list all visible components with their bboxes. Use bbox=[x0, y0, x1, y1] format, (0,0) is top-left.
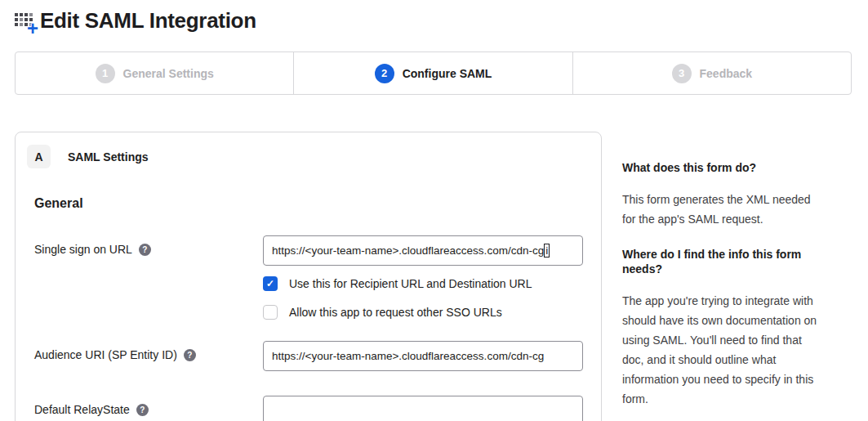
help-question-1: What does this form do? bbox=[622, 160, 826, 175]
help-answer-2: The app you're trying to integrate with … bbox=[622, 291, 826, 409]
sso-url-value: https://<your-team-name>.cloudflareacces… bbox=[272, 244, 544, 257]
audience-uri-input[interactable]: https://<your-team-name>.cloudflareacces… bbox=[263, 341, 583, 371]
section-badge-a: A bbox=[27, 145, 51, 168]
saml-settings-card: A SAML Settings General Single sign on U… bbox=[15, 132, 602, 421]
step-1-label: General Settings bbox=[123, 67, 214, 80]
relay-state-row: Default RelayState ? If no value is set,… bbox=[34, 396, 601, 421]
other-sso-checkbox-label: Allow this app to request other SSO URLs bbox=[289, 306, 502, 319]
other-sso-checkbox-row: Allow this app to request other SSO URLs bbox=[263, 305, 601, 320]
add-application-icon: + bbox=[15, 11, 37, 32]
audience-uri-help-icon[interactable]: ? bbox=[184, 349, 196, 361]
audience-uri-label: Audience URI (SP Entity ID) bbox=[34, 348, 177, 361]
step-3-circle: 3 bbox=[672, 64, 692, 83]
sso-url-help-icon[interactable]: ? bbox=[139, 244, 151, 256]
step-1-circle: 1 bbox=[96, 64, 115, 83]
help-answer-1: This form generates the XML needed for t… bbox=[622, 190, 826, 229]
audience-uri-value: https://<your-team-name>.cloudflareacces… bbox=[272, 350, 544, 362]
recipient-url-checkbox-label: Use this for Recipient URL and Destinati… bbox=[289, 277, 532, 290]
recipient-url-checkbox-row: ✓ Use this for Recipient URL and Destina… bbox=[263, 276, 601, 291]
step-3-label: Feedback bbox=[700, 67, 753, 80]
help-question-2: Where do I find the info this form needs… bbox=[622, 247, 826, 276]
audience-uri-row: Audience URI (SP Entity ID) ? https://<y… bbox=[34, 341, 601, 371]
relay-state-input[interactable] bbox=[263, 396, 583, 421]
other-sso-checkbox[interactable] bbox=[263, 305, 278, 320]
page-title: Edit SAML Integration bbox=[40, 8, 256, 34]
help-sidebar: What does this form do? This form genera… bbox=[622, 132, 826, 421]
step-configure-saml[interactable]: 2 Configure SAML bbox=[293, 52, 572, 94]
edit-saml-integration-page: + Edit SAML Integration 1 General Settin… bbox=[0, 0, 868, 421]
page-header: + Edit SAML Integration bbox=[15, 7, 852, 34]
relay-state-help-icon[interactable]: ? bbox=[136, 404, 149, 416]
text-cursor: i bbox=[544, 244, 550, 258]
saml-settings-header: A SAML Settings bbox=[16, 145, 601, 168]
saml-form: Single sign on URL ? https://<your-team-… bbox=[34, 235, 601, 421]
sso-url-label: Single sign on URL bbox=[34, 243, 132, 256]
step-general-settings[interactable]: 1 General Settings bbox=[16, 52, 293, 94]
sso-url-row: Single sign on URL ? https://<your-team-… bbox=[34, 235, 601, 320]
general-group-title: General bbox=[34, 196, 601, 211]
sso-url-input[interactable]: https://<your-team-name>.cloudflareacces… bbox=[263, 235, 583, 266]
step-2-label: Configure SAML bbox=[403, 67, 492, 80]
relay-state-label: Default RelayState bbox=[34, 403, 130, 416]
section-title: SAML Settings bbox=[68, 150, 149, 163]
plus-icon: + bbox=[27, 20, 38, 37]
wizard-steps: 1 General Settings 2 Configure SAML 3 Fe… bbox=[15, 52, 852, 95]
recipient-url-checkbox[interactable]: ✓ bbox=[263, 276, 278, 291]
step-feedback[interactable]: 3 Feedback bbox=[572, 52, 851, 94]
step-2-circle: 2 bbox=[375, 64, 394, 83]
